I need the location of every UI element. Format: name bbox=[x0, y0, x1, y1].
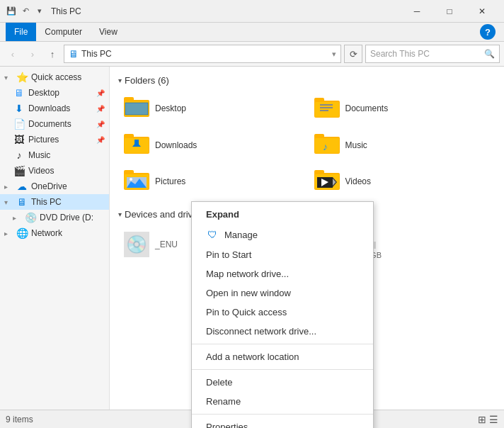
dvd-expand-icon: ▸ bbox=[13, 214, 21, 222]
ctx-disconnect-label: Disconnect network drive... bbox=[206, 326, 316, 337]
pin-icon-doc: 📌 bbox=[96, 120, 105, 128]
ctx-divider-2 bbox=[192, 369, 373, 370]
expand-icon: ▾ bbox=[4, 74, 13, 81]
main-area: ▾ ⭐ Quick access 🖥 Desktop 📌 ⬇ Downloads… bbox=[0, 67, 504, 428]
address-bar[interactable]: 🖥 This PC ▾ bbox=[64, 45, 341, 63]
music-label: Music bbox=[28, 150, 50, 160]
sidebar-item-music[interactable]: ♪ Music bbox=[0, 147, 109, 163]
title-bar-icons: 💾 ↶ ▾ bbox=[6, 6, 45, 17]
manage-shield-icon: 🛡 bbox=[206, 228, 219, 241]
ctx-pin-quick-label: Pin to Quick access bbox=[206, 307, 287, 317]
videos-label: Videos bbox=[28, 166, 54, 176]
sidebar-item-pictures[interactable]: 🖼 Pictures 📌 bbox=[0, 132, 109, 147]
help-button[interactable]: ? bbox=[480, 24, 496, 40]
tab-computer[interactable]: Computer bbox=[36, 23, 91, 41]
folders-section-header[interactable]: ▾ Folders (6) bbox=[118, 75, 496, 86]
maximize-button[interactable]: □ bbox=[433, 0, 466, 23]
ctx-rename[interactable]: Rename bbox=[192, 392, 373, 411]
svg-rect-9 bbox=[320, 104, 333, 106]
ctx-delete[interactable]: Delete bbox=[192, 373, 373, 392]
tab-file[interactable]: File bbox=[6, 23, 36, 41]
folder-item-desktop[interactable]: Desktop bbox=[118, 91, 306, 125]
sidebar-item-documents[interactable]: 📄 Documents 📌 bbox=[0, 116, 109, 132]
forward-button[interactable]: › bbox=[24, 45, 41, 62]
ctx-pin-start[interactable]: Pin to Start bbox=[192, 245, 373, 264]
folder-documents-name: Documents bbox=[345, 103, 389, 113]
app-icon-undo[interactable]: ↶ bbox=[20, 6, 31, 17]
ctx-delete-label: Delete bbox=[206, 377, 233, 388]
folder-videos-icon bbox=[314, 169, 340, 193]
search-bar[interactable]: Search This PC 🔍 bbox=[365, 45, 500, 63]
ctx-map-drive-label: Map network drive... bbox=[206, 269, 289, 279]
minimize-button[interactable]: ─ bbox=[401, 0, 433, 23]
ribbon-tabs: File Computer View ? bbox=[0, 23, 504, 41]
ctx-rename-label: Rename bbox=[206, 396, 241, 407]
ctx-add-network[interactable]: Add a network location bbox=[192, 347, 373, 366]
svg-rect-11 bbox=[320, 110, 328, 111]
folder-item-videos[interactable]: Videos bbox=[309, 164, 496, 198]
sidebar-item-videos[interactable]: 🎬 Videos bbox=[0, 163, 109, 179]
sidebar-item-onedrive[interactable]: ▸ ☁ OneDrive bbox=[0, 179, 109, 194]
folder-music-name: Music bbox=[345, 140, 367, 150]
address-dropdown-icon[interactable]: ▾ bbox=[332, 50, 336, 59]
tab-view[interactable]: View bbox=[91, 23, 126, 41]
ctx-open-window[interactable]: Open in new window bbox=[192, 283, 373, 303]
folder-item-music[interactable]: ♪ Music bbox=[309, 128, 496, 162]
ctx-manage[interactable]: 🛡 Manage bbox=[192, 224, 373, 245]
ctx-divider-1 bbox=[192, 344, 373, 344]
onedrive-label: OneDrive bbox=[31, 181, 67, 191]
sidebar-item-quick-access[interactable]: ▾ ⭐ Quick access bbox=[0, 69, 109, 85]
documents-label: Documents bbox=[28, 119, 71, 129]
dvd-icon: 💿 bbox=[24, 212, 37, 223]
desktop-label: Desktop bbox=[28, 88, 59, 98]
toolbar: ‹ › ↑ 🖥 This PC ▾ ⟳ Search This PC 🔍 bbox=[0, 42, 504, 67]
folders-grid: Desktop Documents Downloads ♪ bbox=[118, 91, 496, 198]
folder-downloads-name: Downloads bbox=[155, 140, 197, 150]
documents-icon: 📄 bbox=[13, 118, 25, 130]
up-button[interactable]: ↑ bbox=[44, 45, 61, 62]
folder-item-pictures[interactable]: Pictures bbox=[118, 164, 306, 198]
ctx-properties[interactable]: Properties bbox=[192, 417, 373, 428]
svg-rect-10 bbox=[320, 107, 333, 108]
sidebar-item-thispc[interactable]: ▾ 🖥 This PC bbox=[0, 194, 109, 210]
folder-item-downloads[interactable]: Downloads bbox=[118, 128, 306, 162]
ctx-pin-start-label: Pin to Start bbox=[206, 249, 251, 260]
app-icon-dropdown[interactable]: ▾ bbox=[34, 6, 45, 17]
folders-section-label: Folders (6) bbox=[125, 75, 169, 86]
view-tiles-icon[interactable]: ⊞ bbox=[478, 414, 486, 425]
svg-point-26 bbox=[130, 178, 132, 181]
ctx-pin-quick[interactable]: Pin to Quick access bbox=[192, 303, 373, 322]
onedrive-icon: ☁ bbox=[16, 181, 28, 192]
sidebar-item-downloads[interactable]: ⬇ Downloads 📌 bbox=[0, 101, 109, 116]
window-controls: ─ □ ✕ bbox=[401, 0, 498, 23]
back-button[interactable]: ‹ bbox=[4, 45, 21, 62]
close-button[interactable]: ✕ bbox=[466, 0, 498, 23]
ctx-manage-label: Manage bbox=[224, 230, 258, 240]
ctx-disconnect[interactable]: Disconnect network drive... bbox=[192, 322, 373, 341]
svg-rect-16 bbox=[134, 140, 139, 145]
sidebar-item-dvd[interactable]: ▸ 💿 DVD Drive (D: bbox=[0, 210, 109, 225]
ctx-expand[interactable]: Expand bbox=[192, 205, 373, 224]
svg-rect-18 bbox=[314, 134, 324, 139]
folder-item-documents[interactable]: Documents bbox=[309, 91, 496, 125]
thispc-expand-icon: ▾ bbox=[4, 198, 13, 206]
svg-text:♪: ♪ bbox=[323, 141, 328, 152]
search-placeholder: Search This PC bbox=[370, 49, 481, 59]
music-icon: ♪ bbox=[13, 150, 25, 161]
ctx-map-drive[interactable]: Map network drive... bbox=[192, 264, 373, 283]
ctx-expand-label: Expand bbox=[206, 209, 239, 220]
pictures-label: Pictures bbox=[28, 135, 59, 145]
network-label: Network bbox=[31, 228, 62, 238]
view-list-icon[interactable]: ☰ bbox=[489, 414, 498, 425]
sidebar-item-network[interactable]: ▸ 🌐 Network bbox=[0, 225, 109, 241]
thispc-label: This PC bbox=[31, 197, 62, 207]
ribbon: File Computer View ? bbox=[0, 23, 504, 42]
sidebar-item-desktop[interactable]: 🖥 Desktop 📌 bbox=[0, 85, 109, 101]
drive-hidden-enu: _ENU bbox=[155, 240, 178, 249]
refresh-button[interactable]: ⟳ bbox=[344, 45, 362, 63]
downloads-icon: ⬇ bbox=[13, 103, 25, 114]
context-menu: Expand 🛡 Manage Pin to Start Map network… bbox=[191, 201, 374, 428]
svg-rect-28 bbox=[314, 170, 324, 175]
app-icon-save[interactable]: 💾 bbox=[6, 6, 17, 17]
ctx-add-network-label: Add a network location bbox=[206, 351, 299, 362]
